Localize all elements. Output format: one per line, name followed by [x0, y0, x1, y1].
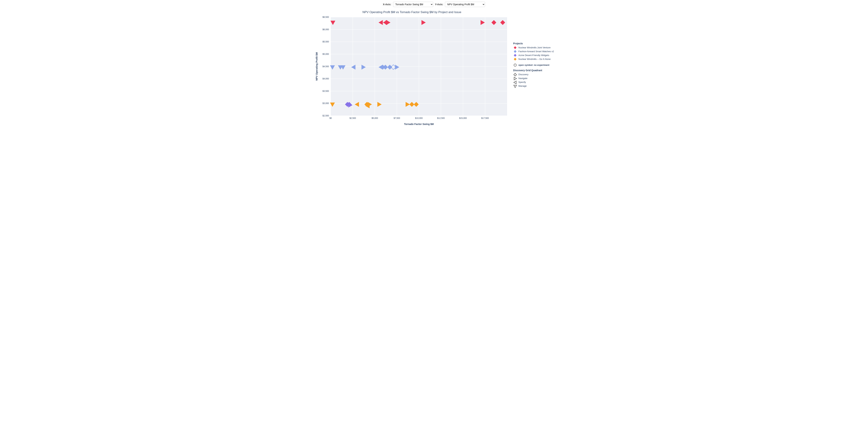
svg-text:$15,000: $15,000: [459, 117, 467, 119]
svg-text:$6,500: $6,500: [322, 16, 329, 18]
legend-quadrant-heading: Discovery Grid Quadrant: [513, 68, 554, 72]
y-axis-select[interactable]: NPV Operating Profit $M: [445, 2, 485, 7]
y-axis-label: Y-Axis:: [435, 3, 443, 6]
legend-quadrant-item[interactable]: Discovery: [513, 73, 554, 77]
svg-text:$7,500: $7,500: [394, 117, 400, 119]
legend-open-symbol: open symbol: no experiment: [513, 63, 554, 67]
x-axis-select[interactable]: Tornado Factor Swing $M: [393, 2, 433, 7]
svg-text:$3,000: $3,000: [322, 102, 329, 105]
legend-project-item[interactable]: Nuclear Windmills -- Go It Alone: [513, 57, 554, 61]
legend-quadrant-item[interactable]: Manage: [513, 84, 554, 88]
svg-text:$2,500: $2,500: [349, 117, 356, 119]
chart-area: NPV Operating Profit $M vs Tornado Facto…: [314, 9, 510, 127]
scatter-chart[interactable]: $0$2,500$5,000$7,500$10,000$12,500$15,00…: [314, 15, 510, 127]
legend-project-item[interactable]: Fashion-forward Smart Watches v2: [513, 49, 554, 54]
svg-text:$17,500: $17,500: [481, 117, 489, 119]
svg-text:$6,000: $6,000: [322, 28, 329, 31]
svg-text:$5,500: $5,500: [322, 40, 329, 43]
axis-controls: X-Axis: Tornado Factor Swing $M Y-Axis: …: [2, 2, 866, 7]
svg-text:$10,000: $10,000: [415, 117, 423, 119]
svg-text:$0: $0: [330, 117, 332, 119]
svg-text:$3,500: $3,500: [322, 90, 329, 92]
svg-text:$12,500: $12,500: [437, 117, 445, 119]
svg-text:$4,500: $4,500: [322, 65, 329, 68]
svg-text:NPV Operating Profit $M: NPV Operating Profit $M: [315, 52, 318, 81]
legend-quadrant-item[interactable]: Navigate: [513, 77, 554, 80]
svg-text:Tornado Factor Swing $M: Tornado Factor Swing $M: [404, 123, 434, 126]
legend-project-item[interactable]: Nuclear Windmills Joint Venture: [513, 46, 554, 49]
legend-project-item[interactable]: Acme Desert-Friendly Widgets: [513, 54, 554, 57]
svg-text:$2,500: $2,500: [322, 114, 329, 117]
chart-title: NPV Operating Profit $M vs Tornado Facto…: [314, 10, 510, 14]
svg-text:$4,000: $4,000: [322, 77, 329, 80]
legend-projects-heading: Projects: [513, 41, 554, 45]
svg-text:$5,000: $5,000: [372, 117, 378, 119]
svg-text:$5,000: $5,000: [322, 53, 329, 55]
legend: ProjectsNuclear Windmills Joint VentureF…: [513, 9, 554, 88]
svg-point-37: [514, 64, 516, 66]
legend-quadrant-item[interactable]: Specify: [513, 80, 554, 84]
x-axis-label: X-Axis:: [383, 3, 391, 6]
